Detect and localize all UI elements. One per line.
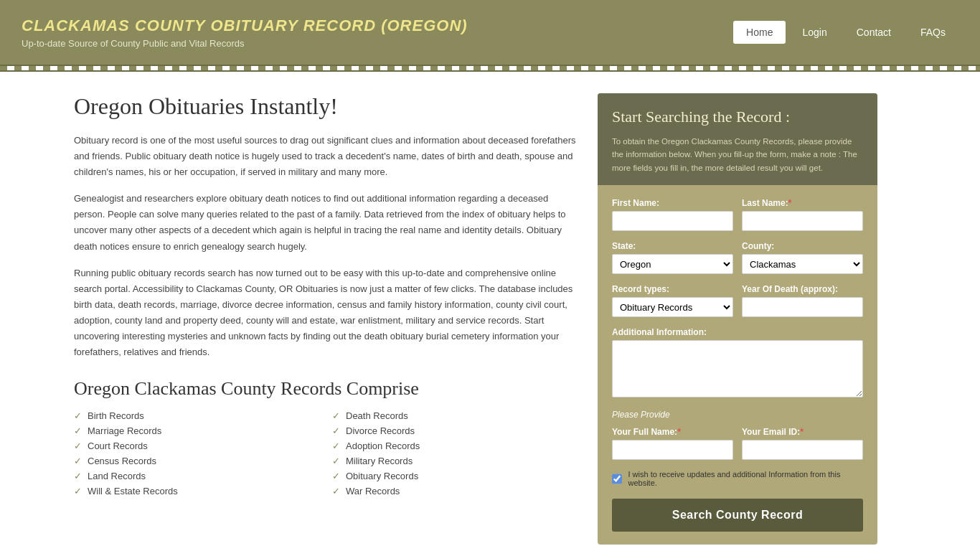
county-group: County: Clackamas [742,241,863,274]
nav-contact[interactable]: Contact [844,21,904,44]
newsletter-checkbox-row: I wish to receive updates and additional… [612,470,863,487]
records-list: ✓ Birth Records ✓ Death Records ✓ Marria… [74,410,576,496]
main-content: Oregon Obituaries Instantly! Obituary re… [60,72,920,551]
paragraph-2: Genealogist and researchers explore obit… [74,191,576,254]
state-label: State: [612,241,733,251]
list-item: ✓ Divorce Records [332,425,576,436]
full-name-group: Your Full Name:* [612,427,733,460]
name-row: First Name: Last Name:* [612,198,863,231]
record-types-group: Record types: Obituary Records Birth Rec… [612,284,733,317]
last-name-input[interactable] [742,211,863,231]
contact-row: Your Full Name:* Your Email ID:* [612,427,863,460]
check-icon: ✓ [332,425,340,436]
check-icon: ✓ [74,441,82,451]
check-icon: ✓ [74,486,82,496]
email-group: Your Email ID:* [742,427,863,460]
check-icon: ✓ [332,410,340,421]
nav-faqs[interactable]: FAQs [908,21,958,44]
list-item: ✓ Census Records [74,456,318,466]
main-nav: Home Login Contact FAQs [733,21,958,44]
state-select[interactable]: Oregon [612,254,733,274]
list-item: ✓ Death Records [332,410,576,421]
site-title: CLACKAMAS COUNTY OBITUARY RECORD (OREGON… [22,17,468,35]
last-name-group: Last Name:* [742,198,863,231]
please-provide-label: Please Provide [612,410,863,420]
form-header: Start Searching the Record : To obtain t… [598,93,877,185]
additional-info-group: Additional Information: [612,327,863,400]
list-item: ✓ Adoption Records [332,441,576,451]
additional-info-label: Additional Information: [612,327,863,337]
list-item: ✓ Birth Records [74,410,318,421]
form-body: First Name: Last Name:* State: Oregon [598,185,877,545]
list-item: ✓ Land Records [74,471,318,481]
content-left: Oregon Obituaries Instantly! Obituary re… [74,93,576,496]
record-year-row: Record types: Obituary Records Birth Rec… [612,284,863,317]
nav-home[interactable]: Home [733,21,786,44]
first-name-input[interactable] [612,211,733,231]
record-types-label: Record types: [612,284,733,294]
additional-info-textarea[interactable] [612,340,863,397]
check-icon: ✓ [74,410,82,421]
full-name-label: Your Full Name:* [612,427,733,437]
check-icon: ✓ [332,456,340,466]
additional-info-row: Additional Information: [612,327,863,400]
first-name-label: First Name: [612,198,733,208]
list-item: ✓ Obituary Records [332,471,576,481]
list-item: ✓ Marriage Records [74,425,318,436]
county-label: County: [742,241,863,251]
year-of-death-group: Year Of Death (approx): [742,284,863,317]
check-icon: ✓ [332,471,340,481]
check-icon: ✓ [332,486,340,496]
year-of-death-input[interactable] [742,297,863,317]
site-subtitle: Up-to-date Source of County Public and V… [22,38,468,49]
decorative-border [0,65,980,72]
email-label: Your Email ID:* [742,427,863,437]
nav-login[interactable]: Login [789,21,839,44]
form-title: Start Searching the Record : [612,108,863,126]
list-item: ✓ Military Records [332,456,576,466]
check-icon: ✓ [74,456,82,466]
record-types-select[interactable]: Obituary Records Birth Records Death Rec… [612,297,733,317]
list-item: ✓ Will & Estate Records [74,486,318,496]
check-icon: ✓ [332,441,340,451]
state-group: State: Oregon [612,241,733,274]
year-of-death-label: Year Of Death (approx): [742,284,863,294]
header-branding: CLACKAMAS COUNTY OBITUARY RECORD (OREGON… [22,17,468,49]
list-item: ✓ Court Records [74,441,318,451]
list-item: ✓ War Records [332,486,576,496]
email-input[interactable] [742,440,863,460]
newsletter-label: I wish to receive updates and additional… [628,470,863,487]
check-icon: ✓ [74,425,82,436]
form-description: To obtain the Oregon Clackamas County Re… [612,135,863,174]
check-icon: ✓ [74,471,82,481]
page-title: Oregon Obituaries Instantly! [74,93,576,120]
first-name-group: First Name: [612,198,733,231]
newsletter-checkbox[interactable] [612,474,622,484]
state-county-row: State: Oregon County: Clackamas [612,241,863,274]
paragraph-3: Running public obituary records search h… [74,265,576,361]
paragraph-1: Obituary record is one of the most usefu… [74,133,576,180]
full-name-input[interactable] [612,440,733,460]
records-section-heading: Oregon Clackamas County Records Comprise [74,378,576,400]
site-header: CLACKAMAS COUNTY OBITUARY RECORD (OREGON… [0,0,980,65]
search-county-record-button[interactable]: Search County Record [612,499,863,532]
search-form-panel: Start Searching the Record : To obtain t… [598,93,877,545]
county-select[interactable]: Clackamas [742,254,863,274]
last-name-label: Last Name:* [742,198,863,208]
